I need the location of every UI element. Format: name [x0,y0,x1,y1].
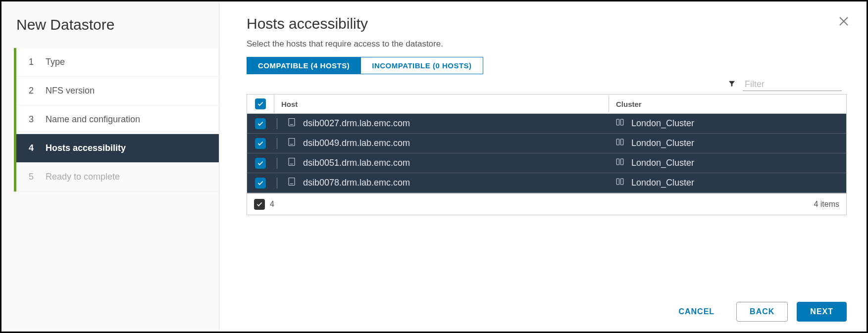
step-name-configuration[interactable]: 3 Name and configuration [16,105,219,134]
step-number: 5 [29,172,39,182]
filter-bar [247,78,847,91]
svg-rect-16 [616,179,619,185]
selection-count: 4 [270,200,274,209]
wizard-content: Hosts accessibility Select the hosts tha… [219,1,867,332]
hosts-table: Host Cluster dsib0027.drm.lab.emc.com Lo… [247,94,847,215]
page-subtitle: Select the hosts that require access to … [247,39,847,49]
back-button[interactable]: BACK [736,302,788,322]
table-row[interactable]: dsib0049.drm.lab.emc.com London_Cluster [247,134,846,153]
cluster-name: London_Cluster [631,118,694,129]
host-name: dsib0078.drm.lab.emc.com [303,178,410,188]
column-header-host[interactable]: Host [274,96,609,112]
svg-rect-6 [289,139,295,146]
svg-rect-5 [621,119,623,125]
host-name: dsib0027.drm.lab.emc.com [303,118,410,129]
step-type[interactable]: 1 Type [16,48,219,77]
svg-rect-9 [621,139,623,145]
table-row[interactable]: dsib0078.drm.lab.emc.com London_Cluster [247,173,846,193]
selection-count-icon[interactable] [254,199,265,210]
items-count: 4 items [814,200,839,209]
step-label: Type [46,57,65,67]
wizard-footer: CANCEL BACK NEXT [247,287,847,322]
step-number: 1 [29,57,39,67]
step-number: 3 [29,114,39,125]
table-row[interactable]: dsib0051.drm.lab.emc.com London_Cluster [247,153,846,173]
cluster-icon [615,177,624,189]
tab-compatible[interactable]: COMPATIBLE (4 HOSTS) [247,57,361,74]
cluster-icon [615,157,624,169]
host-icon [287,118,296,129]
cluster-name: London_Cluster [631,158,694,168]
cluster-name: London_Cluster [631,138,694,148]
wizard-title: New Datastore [1,16,219,48]
host-icon [287,157,296,169]
step-hosts-accessibility[interactable]: 4 Hosts accessibility [16,134,219,163]
host-name: dsib0051.drm.lab.emc.com [303,158,410,168]
svg-rect-13 [621,159,623,165]
svg-rect-4 [616,119,619,125]
cluster-name: London_Cluster [631,178,694,188]
page-title: Hosts accessibility [247,15,847,32]
step-number: 4 [29,143,39,153]
select-all-checkbox[interactable] [255,98,266,109]
cluster-icon [615,138,624,149]
table-footer: 4 4 items [247,193,846,215]
row-checkbox[interactable] [255,158,266,169]
filter-input[interactable] [743,78,842,91]
svg-rect-17 [621,179,623,185]
tab-incompatible[interactable]: INCOMPATIBLE (0 HOSTS) [361,57,483,74]
svg-rect-14 [289,178,295,186]
row-checkbox[interactable] [255,138,266,149]
step-label: Ready to complete [46,172,120,182]
next-button[interactable]: NEXT [797,302,847,322]
host-icon [287,177,296,189]
step-number: 2 [29,86,39,96]
svg-rect-8 [616,139,619,145]
step-nfs-version[interactable]: 2 NFS version [16,77,219,105]
host-name: dsib0049.drm.lab.emc.com [303,138,410,148]
step-ready-to-complete: 5 Ready to complete [16,163,219,191]
compatibility-tabs: COMPATIBLE (4 HOSTS) INCOMPATIBLE (0 HOS… [247,57,847,74]
row-checkbox[interactable] [255,178,266,189]
column-header-cluster[interactable]: Cluster [609,96,846,112]
svg-rect-12 [616,159,619,165]
table-header: Host Cluster [247,95,846,114]
step-label: Name and configuration [46,114,140,125]
filter-icon[interactable] [728,80,736,90]
step-label: Hosts accessibility [46,143,126,153]
close-icon[interactable] [838,15,850,30]
wizard-dialog: New Datastore 1 Type 2 NFS version 3 Nam… [0,0,868,333]
cluster-icon [615,118,624,129]
cancel-button[interactable]: CANCEL [665,302,727,321]
wizard-sidebar: New Datastore 1 Type 2 NFS version 3 Nam… [1,1,219,332]
wizard-steps: 1 Type 2 NFS version 3 Name and configur… [14,48,219,191]
svg-rect-2 [289,119,295,126]
step-label: NFS version [46,86,95,96]
row-checkbox[interactable] [255,118,266,129]
host-icon [287,138,296,149]
svg-rect-10 [289,158,295,166]
table-row[interactable]: dsib0027.drm.lab.emc.com London_Cluster [247,114,846,134]
